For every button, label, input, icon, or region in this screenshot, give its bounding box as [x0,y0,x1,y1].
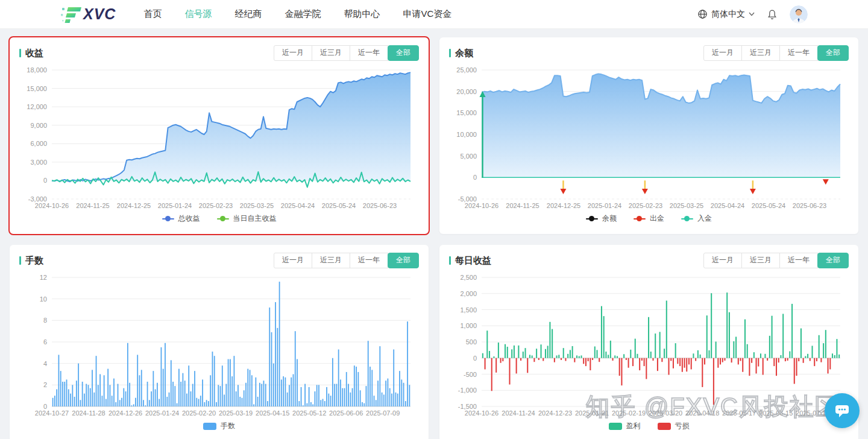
range-button-近一月[interactable]: 近一月 [274,45,312,61]
range-button-近一年[interactable]: 近一年 [779,253,818,268]
income-chart[interactable]: -3,00003,0006,0009,00012,00015,00018,000… [19,64,419,211]
nav-item-帮助中心[interactable]: 帮助中心 [344,8,380,20]
legend-item-当日自主收益[interactable]: 当日自主收益 [217,213,277,224]
lots-chart[interactable]: 0246810122024-10-272024-11-282024-12-262… [19,271,419,418]
svg-text:0: 0 [473,174,477,181]
svg-text:6: 6 [43,338,47,346]
income-card-title: 收益 [19,48,43,59]
svg-text:2025-01-21: 2025-01-21 [575,409,609,417]
daily-income-card-title: 每日收益 [449,255,491,267]
legend-item-盈利[interactable]: 盈利 [609,421,641,431]
balance-chart[interactable]: -5,00005,00010,00015,00020,00025,0002024… [449,64,849,211]
svg-text:2024-10-26: 2024-10-26 [35,202,69,209]
chat-fab-button[interactable] [825,393,860,428]
range-button-近一月[interactable]: 近一月 [703,253,742,268]
range-button-近三月[interactable]: 近三月 [741,45,780,61]
lots-legend: 手数 [19,421,419,431]
svg-text:4: 4 [43,360,47,367]
svg-text:2025-02-19: 2025-02-19 [612,409,646,417]
legend-marker [162,218,174,220]
svg-text:2025-06-15: 2025-06-15 [759,409,793,417]
svg-text:12: 12 [40,274,47,281]
svg-text:2024-11-28: 2024-11-28 [72,409,105,417]
svg-text:2025-01-24: 2025-01-24 [158,202,192,209]
svg-text:2025-04-18: 2025-04-18 [685,409,719,417]
range-button-近一月[interactable]: 近一月 [703,45,742,61]
language-selector[interactable]: 简体中文 [697,9,755,20]
svg-text:2025-01-24: 2025-01-24 [588,202,621,209]
legend-marker [681,218,693,220]
svg-text:2025-05-24: 2025-05-24 [322,202,356,209]
svg-text:15,000: 15,000 [27,85,47,92]
svg-text:2025-04-24: 2025-04-24 [281,202,315,209]
lots-range-filter: 近一月近三月近一年全部 [274,253,419,268]
svg-text:2025-06-23: 2025-06-23 [363,202,397,209]
card-income: 收益 近一月近三月近一年全部 -3,00003,0006,0009,00012,… [10,37,429,234]
legend-item-总收益[interactable]: 总收益 [162,213,200,224]
range-button-全部[interactable]: 全部 [388,45,419,61]
brand-logo[interactable]: XVC [60,5,116,24]
legend-item-出金[interactable]: 出金 [634,213,664,224]
svg-text:2024-11-24: 2024-11-24 [502,409,535,417]
chat-bubble-icon [833,402,851,420]
range-button-近一月[interactable]: 近一月 [274,253,312,268]
svg-text:2: 2 [43,381,47,388]
main-menu: 首页信号源经纪商金融学院帮助中心申请VC资金 [143,8,451,20]
legend-item-入金[interactable]: 入金 [681,213,712,224]
svg-text:2024-10-26: 2024-10-26 [465,202,498,209]
notification-bell-icon[interactable] [767,9,778,20]
svg-text:20,000: 20,000 [456,88,477,95]
legend-item-手数[interactable]: 手数 [203,421,235,431]
svg-text:2025-06-06: 2025-06-06 [329,409,363,417]
card-daily-income: 每日收益 近一月近三月近一年全部 -1,500-1,000-50005001,0… [439,245,858,439]
svg-text:1,000: 1,000 [460,322,477,329]
svg-text:2024-12-25: 2024-12-25 [547,202,580,209]
balance-range-filter: 近一月近三月近一年全部 [704,45,849,61]
svg-text:0: 0 [473,355,477,362]
range-button-近一年[interactable]: 近一年 [779,45,818,61]
range-button-近三月[interactable]: 近三月 [312,253,350,268]
svg-text:2025-03-20: 2025-03-20 [649,409,682,417]
daily-income-chart[interactable]: -1,500-1,000-50005001,0001,5002,0002,500… [449,271,849,418]
dashboard-grid: 收益 近一月近三月近一年全部 -3,00003,0006,0009,00012,… [0,29,868,439]
range-button-近三月[interactable]: 近三月 [312,45,350,61]
range-button-近一年[interactable]: 近一年 [350,253,388,268]
svg-text:2025-05-17: 2025-05-17 [722,409,756,417]
svg-text:10,000: 10,000 [456,131,477,138]
svg-text:6,000: 6,000 [30,140,47,147]
svg-text:2024-11-25: 2024-11-25 [76,202,109,209]
svg-text:2024-11-25: 2024-11-25 [506,202,539,209]
range-button-近一年[interactable]: 近一年 [350,45,388,61]
balance-card-title: 余额 [449,48,473,59]
nav-item-信号源[interactable]: 信号源 [184,8,212,20]
svg-text:2025-03-25: 2025-03-25 [240,202,274,209]
svg-text:2025-05-24: 2025-05-24 [752,202,785,209]
nav-item-首页[interactable]: 首页 [143,8,162,20]
legend-marker [586,218,598,220]
legend-item-余额[interactable]: 余额 [586,213,617,224]
svg-text:500: 500 [466,338,477,346]
user-avatar[interactable] [790,5,808,24]
legend-marker [217,218,229,220]
range-button-全部[interactable]: 全部 [817,253,849,268]
svg-text:2,000: 2,000 [460,290,477,297]
nav-item-经纪商[interactable]: 经纪商 [234,8,262,20]
range-button-近三月[interactable]: 近三月 [741,253,780,268]
svg-text:2025-07-09: 2025-07-09 [366,409,400,417]
title-accent-bar [449,49,451,57]
svg-text:8: 8 [43,317,47,324]
title-accent-bar [19,256,21,265]
card-balance: 余额 近一月近三月近一年全部 -5,00005,00010,00015,0002… [439,37,858,234]
nav-item-金融学院[interactable]: 金融学院 [285,8,321,20]
legend-item-亏损[interactable]: 亏损 [658,421,690,431]
title-accent-bar [449,256,451,265]
svg-text:9,000: 9,000 [30,122,47,129]
nav-item-申请VC资金[interactable]: 申请VC资金 [403,8,451,20]
legend-marker [658,423,671,430]
svg-text:15,000: 15,000 [456,109,477,116]
balance-legend: 余额出金入金 [449,213,849,224]
svg-text:2024-10-27: 2024-10-27 [35,409,69,417]
svg-text:2025-04-24: 2025-04-24 [711,202,744,209]
range-button-全部[interactable]: 全部 [388,253,419,268]
range-button-全部[interactable]: 全部 [817,45,849,61]
